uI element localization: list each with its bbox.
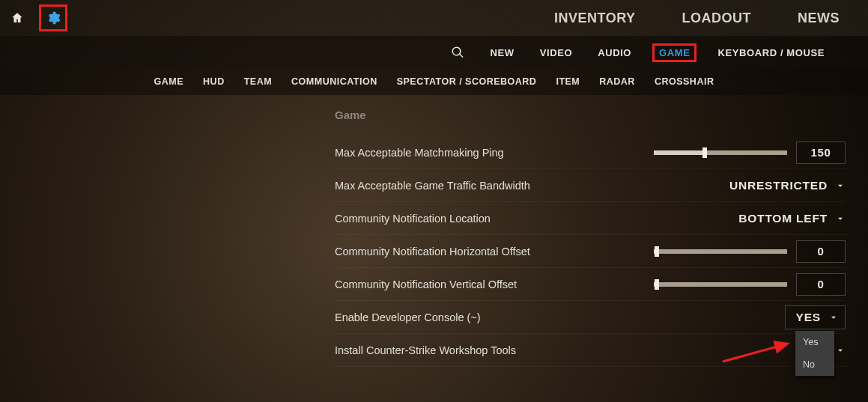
top-bar: INVENTORY LOADOUT NEWS [0, 0, 868, 37]
gear-icon [46, 10, 61, 25]
row-notification-horizontal: Community Notification Horizontal Offset… [335, 235, 846, 268]
subtab-game[interactable]: GAME [154, 76, 184, 87]
tab-video[interactable]: VIDEO [535, 44, 577, 61]
tab-new[interactable]: NEW [486, 44, 519, 61]
ping-slider[interactable] [654, 150, 787, 155]
notif-h-value[interactable]: 0 [796, 240, 846, 263]
chevron-down-icon [828, 312, 839, 323]
row-label: Install Counter-Strike Workshop Tools [335, 344, 835, 356]
row-label: Max Acceptable Matchmaking Ping [335, 147, 654, 159]
row-bandwidth: Max Acceptable Game Traffic Bandwidth UN… [335, 169, 846, 202]
notif-location-dropdown[interactable]: BOTTOM LEFT [738, 212, 846, 225]
notif-v-value[interactable]: 0 [796, 273, 846, 296]
row-developer-console: Enable Developer Console (~) YES [335, 301, 846, 334]
tab-game[interactable]: GAME [652, 43, 696, 62]
nav-loadout[interactable]: LOADOUT [682, 10, 752, 26]
settings-category-tabs: NEW VIDEO AUDIO GAME KEYBOARD / MOUSE [0, 37, 868, 68]
bandwidth-dropdown[interactable]: UNRESTRICTED [729, 179, 846, 192]
settings-button[interactable] [39, 4, 67, 31]
nav-news[interactable]: NEWS [798, 10, 840, 26]
dropdown-value: UNRESTRICTED [729, 179, 828, 192]
devcon-dropdown-menu: Yes No [795, 331, 834, 376]
chevron-down-icon[interactable] [835, 345, 846, 356]
row-notification-location: Community Notification Location BOTTOM L… [335, 202, 846, 235]
chevron-down-icon [835, 180, 846, 191]
subtab-radar[interactable]: RADAR [599, 76, 635, 87]
search-icon[interactable] [450, 45, 465, 60]
slider-fill [654, 150, 705, 155]
row-label: Community Notification Vertical Offset [335, 278, 654, 290]
home-icon[interactable] [9, 10, 25, 26]
notif-v-slider[interactable] [654, 282, 787, 287]
settings-panel: Game Max Acceptable Matchmaking Ping 150… [335, 109, 846, 367]
devcon-dropdown[interactable]: YES [785, 305, 846, 329]
top-nav: INVENTORY LOADOUT NEWS [554, 10, 859, 26]
slider-thumb[interactable] [655, 246, 659, 257]
chevron-down-icon [835, 213, 846, 224]
row-label: Community Notification Horizontal Offset [335, 246, 654, 258]
subtab-crosshair[interactable]: CROSSHAIR [655, 76, 714, 87]
dropdown-value: YES [796, 311, 821, 324]
tab-keyboard-mouse[interactable]: KEYBOARD / MOUSE [713, 44, 829, 61]
slider-thumb[interactable] [702, 147, 707, 158]
subtab-team[interactable]: TEAM [244, 76, 272, 87]
nav-inventory[interactable]: INVENTORY [554, 10, 636, 26]
subtab-hud[interactable]: HUD [203, 76, 225, 87]
row-ping: Max Acceptable Matchmaking Ping 150 [335, 136, 846, 169]
slider-thumb[interactable] [655, 279, 659, 290]
dropdown-option-no[interactable]: No [795, 353, 834, 376]
row-label: Max Acceptable Game Traffic Bandwidth [335, 180, 729, 192]
ping-value[interactable]: 150 [796, 141, 846, 164]
subtab-item[interactable]: ITEM [556, 76, 580, 87]
subtab-communication[interactable]: COMMUNICATION [291, 76, 377, 87]
row-label: Enable Developer Console (~) [335, 311, 785, 323]
row-label: Community Notification Location [335, 213, 738, 225]
section-title: Game [335, 109, 846, 121]
subtab-spectator[interactable]: SPECTATOR / SCOREBOARD [397, 76, 537, 87]
notif-h-slider[interactable] [654, 249, 787, 254]
row-workshop-tools: Install Counter-Strike Workshop Tools [335, 334, 846, 367]
tab-audio[interactable]: AUDIO [593, 44, 636, 61]
row-notification-vertical: Community Notification Vertical Offset 0 [335, 268, 846, 301]
dropdown-value: BOTTOM LEFT [738, 212, 828, 225]
dropdown-option-yes[interactable]: Yes [795, 331, 834, 353]
settings-sub-tabs: GAME HUD TEAM COMMUNICATION SPECTATOR / … [0, 68, 868, 95]
